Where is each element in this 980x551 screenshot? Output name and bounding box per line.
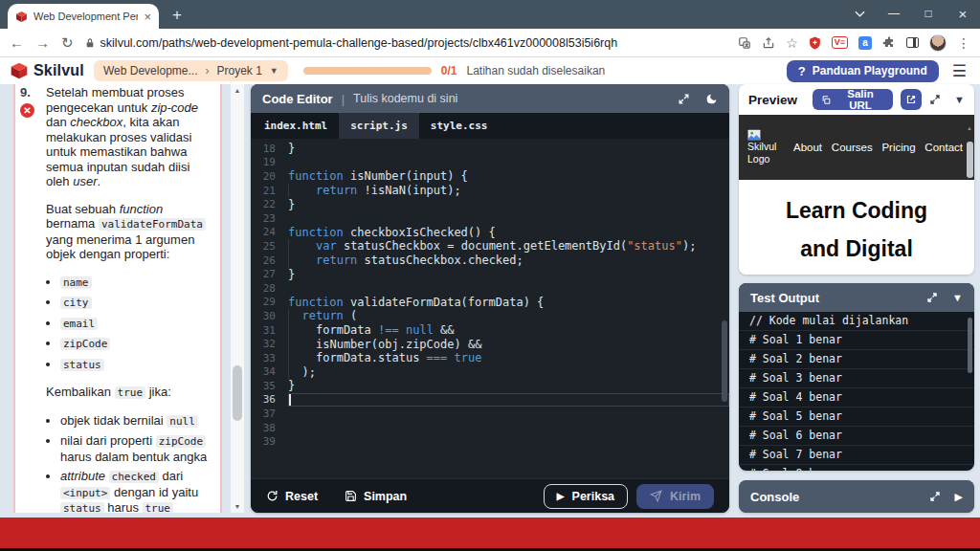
check-button[interactable]: ▶ Periksa	[544, 484, 628, 509]
code-line-31[interactable]: 31formData !== null &&	[251, 323, 729, 338]
open-external-button[interactable]	[901, 89, 922, 110]
tab-close-icon[interactable]: ×	[144, 11, 151, 23]
preview-scrollbar[interactable]: ▲	[967, 117, 973, 178]
breadcrumb-caret-icon[interactable]: ▼	[270, 66, 278, 76]
code-line-39[interactable]: 39	[251, 434, 729, 449]
code-line-26[interactable]: 26return statusCheckbox.checked;	[251, 253, 729, 268]
code-line-19[interactable]: 19	[251, 156, 729, 170]
editor-footer: Reset Simpan ▶ Periksa Kirim	[251, 478, 729, 513]
preview-header: Preview Salin URL ▼	[739, 84, 974, 115]
line-number: 36	[251, 393, 276, 406]
translate-icon[interactable]	[738, 36, 751, 50]
editor-scrollbar-thumb[interactable]	[722, 320, 727, 402]
window-maximize-button[interactable]: □	[911, 0, 946, 27]
expand-icon[interactable]	[926, 292, 938, 303]
breadcrumb-separator-icon: ›	[205, 64, 209, 77]
expand-icon[interactable]	[929, 491, 941, 502]
code-editor-header: Code Editor | Tulis kodemu di sini	[251, 84, 729, 113]
back-icon[interactable]: ←	[10, 35, 24, 50]
play-icon: ▶	[557, 491, 565, 501]
expand-icon[interactable]	[678, 93, 690, 105]
menu-hamburger-icon[interactable]: ☰	[952, 61, 967, 81]
window-close-button[interactable]: ×	[946, 0, 980, 27]
line-number: 35	[251, 380, 276, 392]
collapse-chevron-icon[interactable]: ▼	[954, 94, 965, 105]
line-number: 22	[251, 198, 276, 210]
code-line-30[interactable]: 30return (	[251, 309, 729, 323]
code-line-34[interactable]: 34);	[251, 365, 729, 380]
save-button[interactable]: Simpan	[345, 490, 407, 503]
code-area[interactable]: 18}1920function isNumber(input) {21retur…	[251, 139, 729, 478]
code-line-20[interactable]: 20function isNumber(input) {	[251, 169, 729, 184]
extensions-puzzle-icon[interactable]	[882, 36, 896, 50]
scroll-down-icon[interactable]: ▼	[231, 503, 244, 510]
preview-nav-link-courses[interactable]: Courses	[832, 142, 873, 153]
scroll-up-icon[interactable]: ▲	[967, 125, 972, 131]
breadcrumb-course[interactable]: Web Developme...	[103, 64, 198, 77]
copy-url-button[interactable]: Salin URL	[813, 89, 893, 110]
address-bar[interactable]: skilvul.com/paths/web-development-pemula…	[85, 36, 727, 50]
code-line-25[interactable]: 25var statusCheckbox = document.getEleme…	[251, 239, 729, 253]
browser-tab[interactable]: Web Development Pemula - Spe ×	[8, 4, 159, 29]
window-menu-icon[interactable]	[842, 0, 877, 27]
google-translate-extension-icon[interactable]: a	[858, 36, 872, 50]
line-number: 30	[251, 310, 276, 322]
breadcrumb-project[interactable]: Proyek 1	[216, 64, 261, 77]
code-line-27[interactable]: 27}	[251, 267, 729, 281]
dark-mode-moon-icon[interactable]	[705, 93, 718, 105]
share-icon[interactable]	[762, 36, 775, 50]
forward-icon[interactable]: →	[35, 35, 50, 50]
code-line-18[interactable]: 18}	[251, 142, 729, 156]
playground-guide-button[interactable]: ? Panduan Playground	[787, 60, 939, 82]
new-tab-button[interactable]: +	[172, 7, 182, 23]
code-line-35[interactable]: 35}	[251, 379, 729, 393]
browser-menu-icon[interactable]: ⋮	[957, 36, 970, 50]
instruction-paragraph: Buat sebuah function bernama validateFor…	[46, 202, 212, 262]
collapse-chevron-icon[interactable]: ▼	[952, 292, 963, 303]
scrollbar-thumb[interactable]	[233, 365, 242, 421]
editor-title: Code Editor	[262, 92, 333, 106]
code-line-22[interactable]: 22}	[251, 197, 729, 211]
instruction-step: 9. ✕ Setelah membuat proses pengecekan u…	[15, 84, 220, 513]
instruction-paragraph: Kembalikan true jika:	[46, 385, 212, 401]
editor-tab-script.js[interactable]: script.js	[339, 113, 419, 139]
code-line-28[interactable]: 28	[251, 281, 729, 296]
instructions-scrollbar[interactable]: ▲ ▼	[231, 84, 244, 513]
vwo-extension-icon[interactable]: V≡	[832, 36, 848, 49]
code-line-36[interactable]: 36	[251, 393, 729, 408]
code-line-23[interactable]: 23	[251, 211, 729, 226]
adblock-extension-icon[interactable]	[809, 36, 821, 50]
scroll-up-icon[interactable]: ▲	[231, 87, 244, 94]
preview-nav-link-contact[interactable]: Contact	[924, 142, 963, 153]
scrollbar-thumb[interactable]	[967, 142, 973, 178]
preview-title: Preview	[748, 93, 797, 107]
code-line-21[interactable]: 21return !isNaN(input);	[251, 184, 729, 198]
profile-avatar[interactable]	[929, 34, 947, 52]
editor-tab-style.css[interactable]: style.css	[419, 113, 500, 139]
code-line-33[interactable]: 33formData.status === true	[251, 351, 729, 365]
code-line-37[interactable]: 37	[251, 407, 729, 421]
submit-button[interactable]: Kirim	[636, 484, 714, 509]
skilvul-logo[interactable]: Skilvul	[10, 61, 84, 80]
error-icon: ✕	[20, 103, 34, 118]
code-line-29[interactable]: 29function validateFormData(formData) {	[251, 296, 729, 310]
bookmark-star-icon[interactable]: ☆	[786, 36, 798, 50]
preview-nav-link-pricing[interactable]: Pricing	[881, 142, 915, 153]
window-minimize-button[interactable]: —	[877, 0, 911, 27]
test-output-row: # Soal 5 benar	[739, 408, 974, 427]
test-output-body: // Kode mulai dijalankan# Soal 1 benar# …	[739, 312, 974, 471]
expand-chevron-icon[interactable]: ▶	[955, 491, 963, 503]
code-line-38[interactable]: 38	[251, 421, 729, 435]
test-output-scrollbar-thumb[interactable]	[968, 318, 972, 373]
reload-icon[interactable]: ↻	[61, 35, 74, 50]
expand-icon[interactable]	[929, 94, 941, 105]
console-header: Console ▶	[739, 480, 974, 513]
reset-button[interactable]: Reset	[266, 490, 318, 503]
editor-tab-index.html[interactable]: index.html	[253, 113, 339, 139]
side-panel-icon[interactable]	[906, 37, 919, 48]
code-line-24[interactable]: 24function checkboxIsChecked() {	[251, 226, 729, 240]
line-number: 24	[251, 226, 276, 238]
site-favicon-icon	[15, 11, 28, 23]
preview-nav-link-about[interactable]: About	[793, 142, 822, 153]
code-line-32[interactable]: 32isNumber(obj.zipCode) &&	[251, 337, 729, 351]
